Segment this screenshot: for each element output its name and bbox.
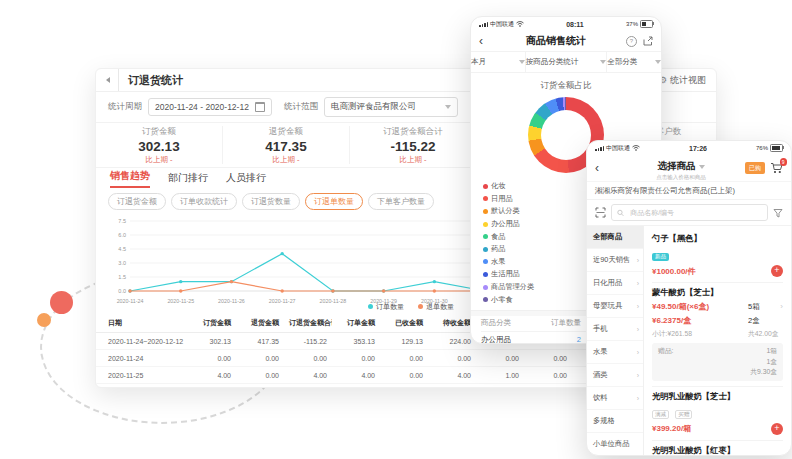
legend-name: 食品 [491, 232, 505, 242]
metric-chip-2[interactable]: 订退货数量 [242, 193, 300, 210]
table-cell: 1.00 [476, 384, 524, 389]
tab-2[interactable]: 人员排行 [226, 171, 266, 188]
product-browser: 全部商品近90天销售›日化用品›母婴玩具›手机›水果›酒类›饮料›多规格小单位商… [587, 226, 791, 456]
table-cell: 2020-11-24~2020-12-12 [96, 333, 188, 350]
table-cell: 0.00 [524, 367, 572, 384]
wifi-icon [516, 21, 524, 27]
screen-title: 商品销售统计 [501, 34, 611, 48]
sidebar-item-4[interactable]: 手机› [587, 318, 643, 341]
legend-name: 水果 [491, 257, 505, 267]
collapse-icon[interactable] [106, 77, 110, 83]
gift-line: 1盒 [750, 357, 777, 368]
stat-card-2: 订退货金额合计-115.22比上期 - [350, 126, 477, 164]
metric-chip-3[interactable]: 订退单数量 [305, 193, 363, 210]
legend-dot [483, 196, 488, 201]
stat-label: 订货金额 [96, 126, 222, 138]
battery-percent: 37% [626, 21, 638, 27]
sidebar-item-9[interactable]: 小单位商品 [587, 433, 643, 456]
chevron-down-icon [445, 105, 451, 109]
svg-text:0.0: 0.0 [118, 288, 126, 294]
stat-card-1: 退货金额417.35比上期 - [223, 126, 350, 164]
nav-bar: ‹ 选择商品 点击输入价格和商品 已购 9 [587, 155, 791, 182]
filter-month[interactable]: 本月 [471, 52, 525, 72]
table-cell: 0.00 [524, 350, 572, 367]
decor-dot-orange [37, 313, 51, 327]
search-input[interactable] [628, 208, 762, 217]
table-cell: 4.00 [188, 367, 236, 384]
metric-chip-0[interactable]: 订退货金额 [108, 193, 166, 210]
scan-icon[interactable] [595, 207, 606, 218]
stat-value: -115.22 [350, 139, 476, 154]
sidebar-item-7[interactable]: 饮料› [587, 387, 643, 410]
tab-0[interactable]: 销售趋势 [110, 169, 150, 188]
back-icon[interactable]: ‹ [595, 162, 599, 174]
filter-dimension[interactable]: 按商品分类统计 [525, 52, 607, 72]
screen-title[interactable]: 选择商品 [658, 160, 705, 173]
help-icon[interactable]: ? [626, 36, 637, 47]
metric-chip-1[interactable]: 订单收款统计 [171, 193, 237, 210]
table-cell: 400.00 [236, 384, 284, 389]
date-range-input[interactable]: 2020-11-24 - 2020-12-12 [148, 98, 272, 116]
product-price: ¥6.2375/盒 [652, 315, 691, 326]
legend-item[interactable]: 订单数量 [368, 302, 404, 312]
quantity-value: 5箱 [748, 302, 760, 312]
sidebar-item-label: 全部商品 [593, 232, 622, 242]
search-bar [587, 200, 791, 226]
stat-value: 302.13 [96, 139, 222, 154]
sidebar-item-8[interactable]: 多规格 [587, 410, 643, 433]
chevron-right-icon[interactable]: › [780, 302, 783, 311]
svg-text:2020-11-28: 2020-11-28 [320, 298, 347, 304]
scope-select[interactable]: 电商测评食品有限公司 [324, 97, 458, 117]
metric-chip-4[interactable]: 下单客户数量 [368, 193, 434, 210]
search-input-box[interactable] [611, 204, 768, 221]
product-card[interactable]: 光明乳业酸奶【红枣】 满减 买赠 特价 [652, 441, 783, 456]
gift-line: 共9.30盒 [750, 367, 777, 378]
legend-dot [483, 297, 488, 302]
table-header-cell: 日期 [96, 313, 188, 333]
screen-subtitle: 点击输入价格和商品 [627, 174, 735, 181]
table-cell: 4.00 [188, 384, 236, 389]
legend-dot [418, 304, 423, 309]
cart-icon[interactable]: 9 [770, 162, 783, 174]
filter-category[interactable]: 全部分类 [606, 52, 661, 72]
sidebar-item-label: 日化用品 [593, 278, 622, 288]
table-header-cell: 已收金额 [380, 313, 428, 333]
product-card[interactable]: 蒙牛酸奶【芝士】 ¥49.50/箱(×6盒) 5箱 › ¥6.2375/盒 2盒… [652, 283, 783, 387]
gift-panel: 赠品: 1箱 1盒 共9.30盒 [652, 343, 783, 381]
table-cell: 4.00 [332, 367, 380, 384]
table-cell: 0.00 [284, 350, 332, 367]
category-name: 办公用品 [481, 335, 541, 344]
chevron-right-icon: › [637, 372, 639, 379]
sidebar-item-1[interactable]: 近90天销售› [587, 249, 643, 272]
legend-label: 订单数量 [376, 303, 404, 310]
sidebar-item-3[interactable]: 母婴玩具› [587, 295, 643, 318]
purchased-badge[interactable]: 已购 [745, 162, 765, 174]
svg-text:2020-11-26: 2020-11-26 [218, 298, 245, 304]
product-card[interactable]: 光明乳业酸奶【芝士】 满减 买赠 ¥399.20/箱 + [652, 387, 783, 441]
legend-item[interactable]: 退单数量 [418, 302, 454, 312]
sidebar-item-label: 母婴玩具 [593, 301, 622, 311]
chevron-down-icon [655, 60, 661, 64]
sidebar-item-0[interactable]: 全部商品 [587, 226, 643, 249]
legend-name: 商品管理分类 [491, 282, 534, 292]
table-cell: 5.00 [428, 384, 476, 389]
battery-icon [770, 144, 783, 152]
share-icon[interactable] [643, 36, 653, 46]
back-icon[interactable]: ‹ [479, 35, 483, 47]
svg-text:4.5: 4.5 [118, 246, 126, 252]
sidebar-item-5[interactable]: 水果› [587, 341, 643, 364]
tab-1[interactable]: 部门排行 [168, 171, 208, 188]
table-cell: 224.00 [428, 333, 476, 350]
sidebar-item-2[interactable]: 日化用品› [587, 272, 643, 295]
filter-funnel-icon[interactable] [773, 208, 783, 218]
table-cell: -115.22 [284, 333, 332, 350]
add-to-cart-button[interactable]: + [771, 265, 783, 277]
table-cell: 129.13 [380, 333, 428, 350]
add-to-cart-button[interactable]: + [771, 423, 783, 435]
product-card[interactable]: 勺子【黑色】 新品 ¥1000.00/件 + [652, 229, 783, 283]
signal-icon [595, 146, 604, 151]
svg-text:2020-11-27: 2020-11-27 [269, 298, 296, 304]
sidebar-item-6[interactable]: 酒类› [587, 364, 643, 387]
legend-dot [483, 184, 488, 189]
decor-dot-red [50, 291, 73, 314]
